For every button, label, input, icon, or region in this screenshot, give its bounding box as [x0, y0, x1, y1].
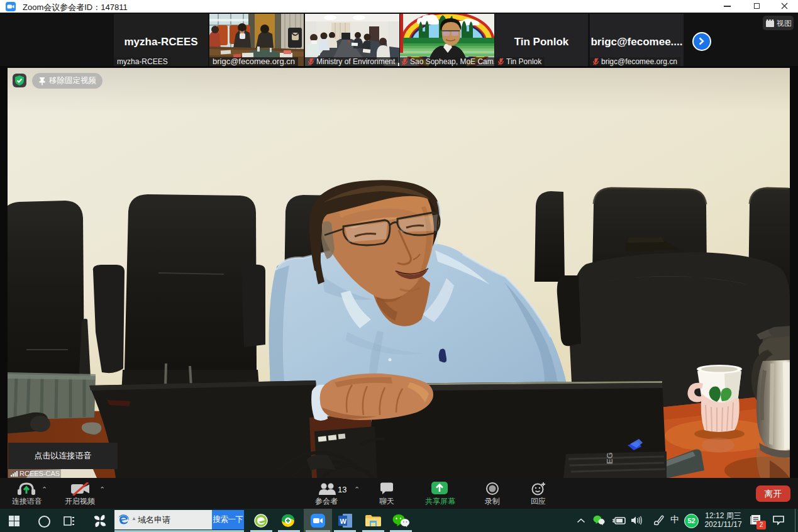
svg-text:13: 13 [338, 485, 346, 494]
svg-text:W: W [340, 518, 347, 525]
